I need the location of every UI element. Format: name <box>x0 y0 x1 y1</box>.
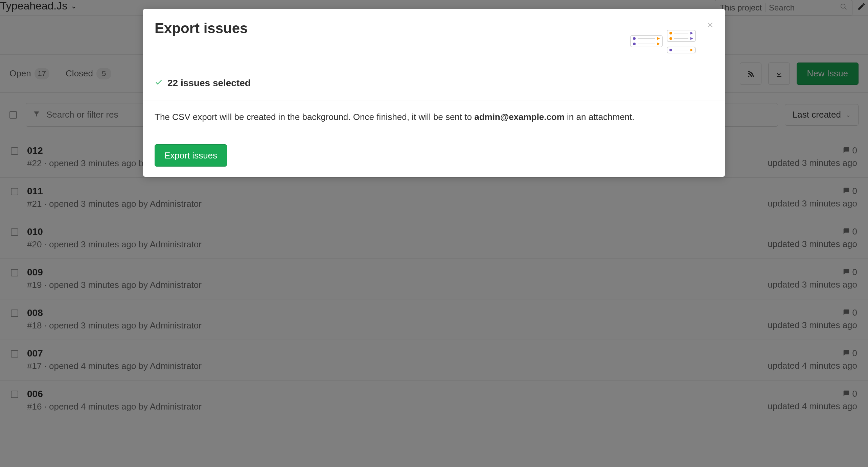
modal-body-pre: The CSV export will be created in the ba… <box>155 112 474 122</box>
selected-count-text: 22 issues selected <box>167 78 251 89</box>
modal-body: The CSV export will be created in the ba… <box>143 100 725 134</box>
close-icon[interactable]: × <box>707 18 713 31</box>
export-illustration <box>630 30 698 61</box>
modal-body-post: in an attachment. <box>565 112 635 122</box>
export-issues-button[interactable]: Export issues <box>155 144 227 167</box>
check-icon <box>155 78 163 88</box>
modal-title: Export issues <box>155 20 713 36</box>
export-email: admin@example.com <box>474 112 565 122</box>
export-modal: Export issues × 22 issues select <box>143 9 725 177</box>
